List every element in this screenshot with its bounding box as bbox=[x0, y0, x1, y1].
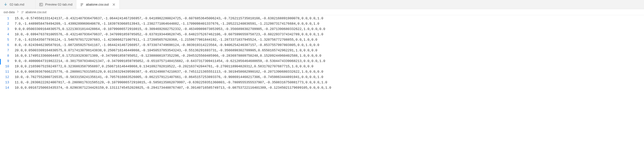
line-number: 3 bbox=[0, 26, 10, 32]
file-lines-icon bbox=[80, 3, 84, 7]
tab-preview[interactable]: Preview 02-lab.md bbox=[35, 0, 76, 9]
tab-label: abalone.csv.out bbox=[86, 3, 109, 6]
line-number: 2 bbox=[0, 21, 10, 26]
gutter: 1234567891011121314 bbox=[0, 15, 14, 91]
line-number: 7 bbox=[0, 48, 10, 53]
code-line: 7.0,-1.6155435077936124,-1.5407070172297… bbox=[14, 37, 331, 42]
line-number: 10 bbox=[0, 64, 10, 69]
breadcrumb-text: out-data bbox=[4, 10, 15, 14]
line-number: 5 bbox=[0, 37, 10, 42]
code-line: 10.0,-0.7827552080726535,-0.583315824135… bbox=[14, 74, 331, 80]
code-line: 7.0,-1.4489858478494209,-1.4399289969040… bbox=[14, 21, 331, 26]
chevron-right-icon bbox=[16, 10, 20, 14]
code-line: 20.0,0.05003309164830575,0.0717413079814… bbox=[14, 48, 331, 53]
code-line: 15.0,-0.5745581331424137,-0.432148793647… bbox=[14, 16, 331, 21]
line-number: 4 bbox=[0, 32, 10, 37]
code-line: 14.0,0.00839367666225776,-0.280981763158… bbox=[14, 69, 331, 74]
tab-bar: 02-lab.md Preview 02-lab.md abalone.csv.… bbox=[0, 0, 644, 9]
code-line: 8.0,-0.8243946230587016,-1.0872059257641… bbox=[14, 42, 331, 48]
code-line: 10.0,-0.6994763781005576,-0.432148793647… bbox=[14, 32, 331, 37]
breadcrumb-file[interactable]: abalone.csv.out bbox=[21, 10, 46, 14]
line-number: 1 bbox=[0, 16, 10, 21]
code-line: 9.0,0.05003309164830575,0.12213031814428… bbox=[14, 26, 331, 32]
line-number: 14 bbox=[0, 85, 10, 90]
code-line: 10.0,0.09167250663435374,-0.029036712344… bbox=[14, 85, 331, 90]
breadcrumb: out-data abalone.csv.out bbox=[0, 9, 644, 15]
code-content[interactable]: 15.0,-0.5745581331424137,-0.432148793647… bbox=[14, 15, 331, 91]
line-number: 9 bbox=[0, 58, 10, 64]
tab-abalone[interactable]: abalone.csv.out bbox=[76, 0, 120, 9]
tab-label: Preview 02-lab.md bbox=[45, 3, 73, 6]
file-lines-icon bbox=[21, 10, 24, 14]
line-number: 11 bbox=[0, 69, 10, 74]
close-icon[interactable] bbox=[112, 3, 116, 7]
tab-label: 02-lab.md bbox=[10, 3, 24, 6]
line-number: 12 bbox=[0, 74, 10, 80]
code-line: 19.0,0.21659075159249772,0.3236863587956… bbox=[14, 64, 331, 69]
line-number: 13 bbox=[0, 80, 10, 85]
editor[interactable]: 1234567891011121314 15.0,-0.574558133142… bbox=[0, 15, 644, 91]
line-number: 8 bbox=[0, 53, 10, 58]
breadcrumb-out-data[interactable]: out-data bbox=[4, 10, 15, 14]
code-line: 9.0,-0.40800047319822214,-0.381759783484… bbox=[14, 58, 331, 64]
tab-02-lab[interactable]: 02-lab.md bbox=[0, 0, 35, 9]
preview-icon bbox=[39, 3, 43, 7]
active-line-indicator bbox=[0, 59, 1, 65]
line-number: 6 bbox=[0, 42, 10, 48]
breadcrumb-text: abalone.csv.out bbox=[25, 10, 46, 14]
markdown-down-icon bbox=[4, 3, 8, 7]
code-line: 11.0,-0.28308222824007817,-0.28098176315… bbox=[14, 80, 331, 85]
code-line: 16.0,0.1749513366064497,0.17251932830713… bbox=[14, 53, 331, 58]
